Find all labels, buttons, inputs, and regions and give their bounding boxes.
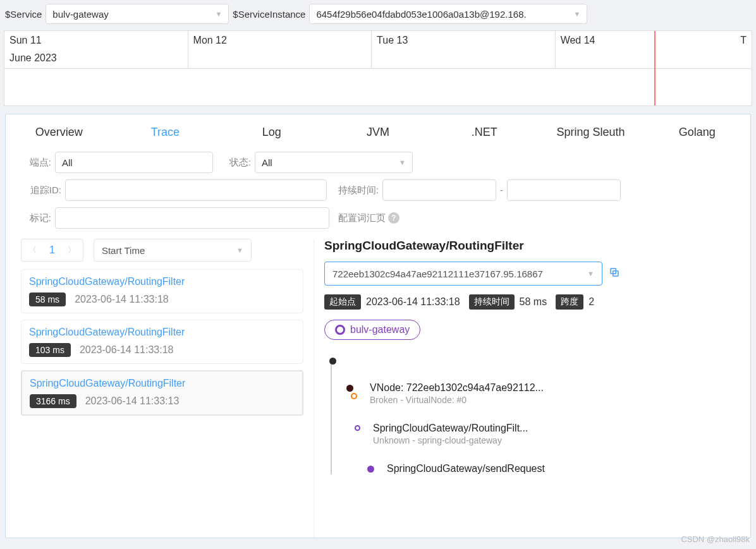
day-label: T [740,35,750,46]
span-dot [355,425,360,431]
tab-overview[interactable]: Overview [6,126,112,139]
span-dot [346,385,353,392]
span-node[interactable]: VNode: 722eeb1302c94a47ae92112... Broken… [342,382,740,405]
vocab-link[interactable]: 配置词汇页 ? [338,212,399,224]
trace-time: 2023-06-14 11:33:18 [80,344,174,356]
endpoint-select[interactable]: All [55,152,213,173]
filter-row-1: 端点: All 状态: All ▼ [23,152,733,173]
watermark: CSDN @zhaoll98k [681,534,750,544]
detail-title: SpringCloudGateway/RoutingFilter [324,239,740,253]
instance-select[interactable]: 6454f29b56e04fdabd053e1006a0a13b@192.168… [309,4,587,24]
tab-bar: Overview Trace Log JVM .NET Spring Sleut… [6,114,750,148]
pager-current[interactable]: 1 [43,244,61,256]
tag-input[interactable] [55,207,329,229]
pager-prev[interactable]: 〈 [21,239,43,261]
duration-to-input[interactable] [507,179,621,201]
tab-log[interactable]: Log [219,126,325,139]
duration-separator: - [500,185,503,195]
duration-label: 持续时间: [334,184,379,196]
duration-from-input[interactable] [382,179,496,201]
duration-badge: 持续时间 [469,294,515,310]
trace-time: 2023-06-14 11:33:18 [75,294,169,305]
chevron-down-icon: ▼ [399,159,406,166]
copy-icon[interactable] [609,267,620,281]
trace-detail-panel: SpringCloudGateway/RoutingFilter 722eeb1… [314,239,740,538]
span-title: SpringCloudGateway/sendRequest [387,463,545,474]
span-dot-broken [351,393,357,399]
chevron-down-icon: ▼ [587,270,594,277]
trace-time: 2023-06-14 11:33:13 [85,395,180,407]
status-value: All [262,157,272,168]
service-chip[interactable]: bulv-gateway [324,320,420,340]
tab-sleuth[interactable]: Spring Sleuth [537,126,643,139]
span-text: SpringCloudGateway/RoutingFilt... Unknow… [373,423,528,445]
day-cell: Wed 14 [556,31,740,68]
day-label: Mon 12 [193,35,367,46]
span-dot [329,358,336,365]
trace-item[interactable]: SpringCloudGateway/RoutingFilter 58 ms 2… [21,269,303,313]
service-select[interactable]: bulv-gateway ▼ [46,4,229,24]
trace-title: SpringCloudGateway/RoutingFilter [30,378,295,389]
top-bar: $Service bulv-gateway ▼ $ServiceInstance… [0,0,756,28]
traceid-label: 追踪ID: [23,184,61,196]
trace-item[interactable]: SpringCloudGateway/RoutingFilter 103 ms … [21,320,303,364]
day-label: Tue 13 [377,35,550,46]
day-cell: Tue 13 [372,31,556,68]
traceid-input[interactable] [65,179,327,201]
content-split: 〈 1 〉 Start Time ▼ SpringCloudGateway/Ro… [16,239,740,538]
span-node-root[interactable] [329,355,740,365]
filter-row-3: 标记: 配置词汇页 ? [23,207,733,229]
span-badge: 跨度 [556,294,583,310]
service-chip-label: bulv-gateway [350,324,410,335]
status-label: 状态: [223,157,251,169]
span-dot-group [342,382,357,399]
chevron-down-icon: ▼ [215,10,222,18]
endpoint-label: 端点: [23,157,51,169]
trace-meta: 58 ms 2023-06-14 11:33:18 [29,293,295,306]
duration-badge: 58 ms [29,293,66,306]
day-label: Wed 14 [561,35,735,46]
instance-label: $ServiceInstance [233,9,305,20]
tab-jvm[interactable]: JVM [325,126,431,139]
traceid-value: 722eeb1302c94a47ae92112111e37167.95.1686… [332,268,543,279]
span-title: VNode: 722eeb1302c94a47ae92112... [370,382,544,394]
tab-trace[interactable]: Trace [112,126,218,139]
pager-row: 〈 1 〉 Start Time ▼ [16,239,308,262]
span-text: SpringCloudGateway/sendRequest [387,463,545,474]
trace-title: SpringCloudGateway/RoutingFilter [29,276,295,287]
start-badge: 起始点 [324,294,361,310]
duration-value: 58 ms [520,296,547,308]
span-tree: VNode: 722eeb1302c94a47ae92112... Broken… [324,355,740,474]
vocab-label: 配置词汇页 [338,212,386,224]
sort-value: Start Time [102,245,145,256]
span-value: 2 [588,296,594,308]
timeline[interactable]: Sun 11 June 2023 Mon 12 Tue 13 Wed 14 T [4,30,752,106]
time-marker[interactable] [654,31,655,106]
pager-next[interactable]: 〉 [61,239,83,261]
span-sub: Unknown - spring-cloud-gateway [373,435,528,445]
trace-item[interactable]: SpringCloudGateway/RoutingFilter 3166 ms… [21,370,303,416]
span-sub: Broken - VirtualNode: #0 [370,395,544,405]
trace-meta: 3166 ms 2023-06-14 11:33:13 [30,394,295,408]
service-value: bulv-gateway [52,9,108,20]
tag-label: 标记: [23,212,51,224]
duration-badge: 103 ms [29,343,71,357]
endpoint-value: All [62,157,73,168]
span-node[interactable]: SpringCloudGateway/sendRequest [367,463,740,474]
day-cell: Mon 12 [188,31,372,68]
span-node[interactable]: SpringCloudGateway/RoutingFilt... Unknow… [355,423,740,445]
ring-icon [335,325,345,335]
sort-select[interactable]: Start Time ▼ [94,239,252,262]
span-title: SpringCloudGateway/RoutingFilt... [373,423,528,434]
chevron-down-icon: ▼ [574,10,581,18]
tree-line [331,359,332,474]
status-select[interactable]: All ▼ [255,152,413,173]
trace-list-panel: 〈 1 〉 Start Time ▼ SpringCloudGateway/Ro… [16,239,314,538]
service-label: $Service [5,9,42,20]
filters: 端点: All 状态: All ▼ 追踪ID: 持续时间: - 标记: 配置词汇… [6,148,750,230]
tab-net[interactable]: .NET [431,126,537,139]
tab-golang[interactable]: Golang [644,126,750,139]
help-icon: ? [388,212,399,224]
traceid-select[interactable]: 722eeb1302c94a47ae92112111e37167.95.1686… [324,262,602,286]
month-label: June 2023 [9,52,183,64]
